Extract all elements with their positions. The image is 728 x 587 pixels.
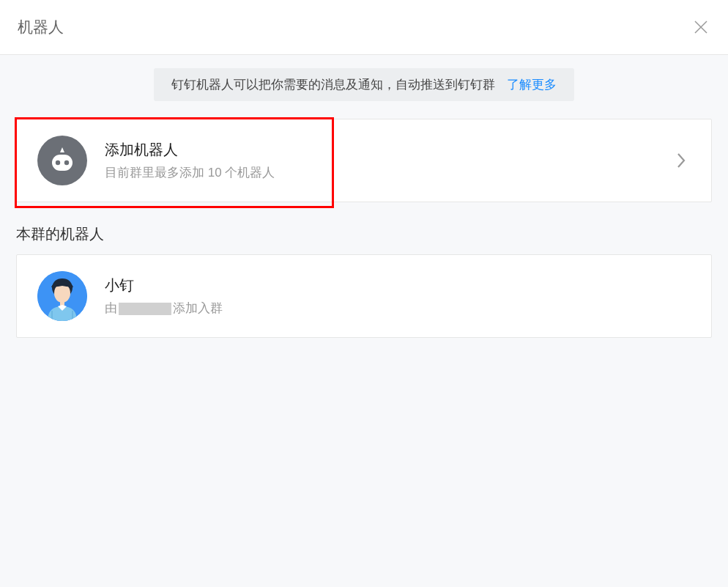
svg-point-1 — [56, 160, 60, 165]
robot-list-item[interactable]: 小钉 由添加入群 — [16, 254, 712, 338]
section-title: 本群的机器人 — [16, 224, 712, 244]
robot-avatar-icon — [37, 136, 87, 185]
robot-item-added-by: 由添加入群 — [105, 300, 691, 317]
robot-item-avatar — [37, 271, 87, 321]
dialog-content: 钉钉机器人可以把你需要的消息及通知，自动推送到钉钉群 了解更多 添加机器人 目前… — [0, 55, 728, 587]
dialog-header: 机器人 — [0, 0, 728, 55]
added-by-redacted — [119, 303, 171, 315]
add-robot-title: 添加机器人 — [105, 140, 676, 160]
dialog-title: 机器人 — [18, 17, 64, 37]
added-by-suffix: 添加入群 — [173, 301, 223, 315]
robot-item-body: 小钉 由添加入群 — [105, 276, 691, 317]
svg-point-2 — [64, 160, 69, 165]
close-icon[interactable] — [691, 18, 710, 37]
add-robot-body: 添加机器人 目前群里最多添加 10 个机器人 — [105, 140, 676, 181]
chevron-right-icon — [676, 153, 691, 168]
banner-text: 钉钉机器人可以把你需要的消息及通知，自动推送到钉钉群 — [171, 78, 495, 92]
info-banner: 钉钉机器人可以把你需要的消息及通知，自动推送到钉钉群 了解更多 — [154, 68, 575, 101]
learn-more-link[interactable]: 了解更多 — [507, 78, 557, 92]
add-robot-subtitle: 目前群里最多添加 10 个机器人 — [105, 164, 676, 181]
add-robot-card[interactable]: 添加机器人 目前群里最多添加 10 个机器人 — [16, 119, 712, 202]
robot-item-name: 小钉 — [105, 276, 691, 295]
added-by-prefix: 由 — [105, 301, 117, 315]
svg-rect-0 — [52, 155, 73, 171]
